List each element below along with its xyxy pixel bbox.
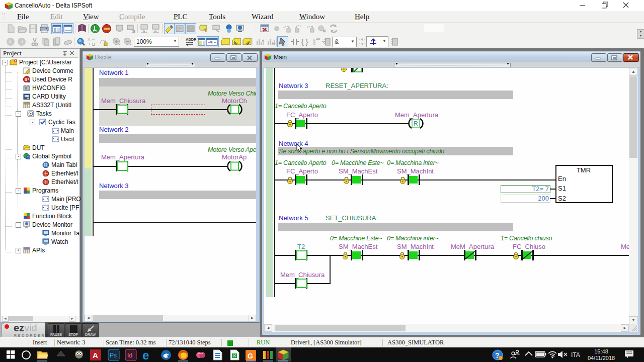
svg-text:R: R bbox=[414, 120, 418, 127]
svg-text:ADDR: ADDR bbox=[186, 37, 196, 42]
svg-text:HE: HE bbox=[316, 38, 320, 41]
svg-text:Ps: Ps bbox=[110, 352, 117, 359]
svg-text:A: A bbox=[88, 37, 91, 42]
svg-text:B: B bbox=[92, 42, 95, 47]
svg-text:G: G bbox=[248, 352, 253, 360]
svg-text:Id: Id bbox=[127, 352, 132, 359]
svg-text:A: A bbox=[93, 351, 98, 359]
svg-text:e: e bbox=[142, 349, 149, 362]
svg-text:{ }: { } bbox=[301, 38, 308, 46]
